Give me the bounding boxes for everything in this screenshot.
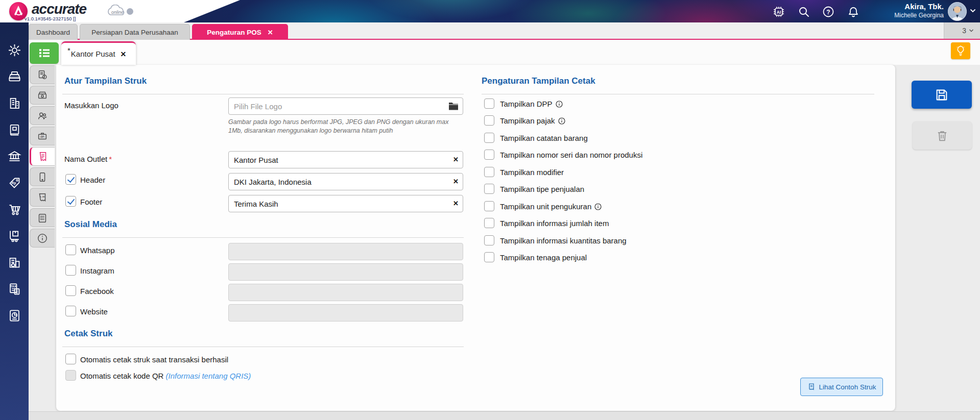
sidebar-item-purchase[interactable]: [0, 223, 29, 249]
whatsapp-input: [228, 243, 463, 260]
section-title-pengaturan-tampilan-cetak: Pengaturan Tampilan Cetak: [482, 76, 595, 86]
sidebar-item-bank[interactable]: [0, 143, 29, 169]
help-glyph: ?: [826, 8, 830, 15]
footer-label: Footer: [80, 197, 102, 206]
qris-info-link[interactable]: (Informasi tentang QRIS): [166, 372, 251, 380]
clear-header-icon[interactable]: ✕: [453, 178, 459, 185]
preview-button-label: Lihat Contoh Struk: [819, 383, 876, 391]
window-count-selector[interactable]: 3: [944, 22, 980, 39]
sidebar-item-settings[interactable]: [0, 37, 29, 63]
info-icon[interactable]: [594, 203, 602, 210]
website-checkbox[interactable]: [65, 306, 76, 316]
sidebar-item-reports[interactable]: [0, 302, 29, 329]
bottom-scroll-strip[interactable]: [29, 411, 980, 420]
header-label: Header: [80, 176, 105, 184]
header-text-input[interactable]: [228, 173, 463, 190]
logo-field-label: Masukkan Logo: [64, 101, 118, 110]
document-toolbar: * Kantor Pusat ✕: [29, 40, 980, 65]
strip-tab-info[interactable]: [30, 229, 55, 248]
sidebar-item-ledger[interactable]: [0, 116, 29, 143]
tampilkan-jumlah-item-checkbox[interactable]: [484, 218, 494, 228]
preview-receipt-button[interactable]: Lihat Contoh Struk: [800, 378, 883, 396]
sidebar-item-company[interactable]: [0, 90, 29, 116]
folder-icon[interactable]: [448, 102, 459, 110]
strip-tab-order-list[interactable]: [30, 208, 55, 227]
sidebar-item-tax[interactable]: TAX: [0, 276, 29, 302]
notifications-icon[interactable]: [846, 5, 860, 18]
instagram-checkbox[interactable]: [65, 265, 76, 276]
strip-tab-price-list[interactable]: 1..99: [30, 188, 55, 207]
facebook-label: Facebook: [80, 287, 114, 295]
instagram-label: Instagram: [80, 266, 114, 275]
tampilkan-catatan-barang-checkbox[interactable]: [484, 133, 494, 143]
search-icon[interactable]: [797, 5, 810, 18]
delete-button[interactable]: [913, 121, 972, 150]
save-button[interactable]: [912, 81, 972, 109]
strip-tab-device[interactable]: [30, 167, 55, 186]
tab-pengaturan-pos[interactable]: Pengaturan POS ✕: [192, 24, 288, 40]
close-tab-icon[interactable]: ✕: [268, 29, 273, 36]
section-title-cetak-struk: Cetak Struk: [64, 329, 112, 339]
website-label: Website: [80, 307, 108, 316]
user-menu-chevron-icon[interactable]: [970, 8, 976, 13]
footer-text-input[interactable]: [228, 195, 463, 212]
tampilkan-tenaga-penjual-checkbox[interactable]: [484, 252, 494, 262]
tampilkan-unit-pengukuran-checkbox[interactable]: [484, 201, 494, 211]
help-icon[interactable]: ?: [821, 5, 835, 18]
sidebar-item-pricing[interactable]: Rp: [0, 169, 29, 196]
sidebar-item-branch[interactable]: [0, 249, 29, 276]
footer-checkbox[interactable]: [65, 196, 76, 207]
header-checkbox[interactable]: [65, 174, 76, 185]
label-text: Tampilkan unit pengukuran: [500, 202, 591, 211]
strip-tab-document-info[interactable]: [30, 65, 55, 84]
close-subtab-icon[interactable]: ✕: [121, 50, 127, 58]
outlet-list-button[interactable]: [30, 42, 59, 64]
tampilkan-pajak-label: Tampilkan pajak: [500, 116, 565, 125]
ai-assistant-icon[interactable]: AI: [772, 5, 785, 18]
sidebar-item-cash-register[interactable]: [0, 63, 29, 90]
tampilkan-nomor-seri-label: Tampilkan nomor seri dan nomor produksi: [500, 151, 642, 159]
price-range-label: 1..99: [40, 195, 45, 198]
tampilkan-modifier-checkbox[interactable]: [484, 167, 494, 177]
lightbulb-icon: [955, 45, 966, 57]
outlet-name-input[interactable]: [228, 151, 463, 168]
strip-tab-downpayment[interactable]: -DP-: [30, 127, 55, 145]
clear-footer-icon[interactable]: ✕: [453, 200, 459, 207]
tampilkan-nomor-seri-checkbox[interactable]: [484, 150, 494, 160]
info-icon[interactable]: [556, 101, 563, 108]
tips-button[interactable]: [951, 42, 970, 59]
strip-tab-cash-drawer[interactable]: [30, 86, 55, 105]
tampilkan-modifier-label: Tampilkan modifier: [500, 168, 564, 177]
tampilkan-kuantitas-barang-checkbox[interactable]: [484, 235, 494, 245]
workspace: -DP- 1..99 Atur Tampilan Struk Masukkan …: [29, 65, 980, 420]
chevron-down-icon: [969, 29, 974, 33]
tampilkan-dpp-label: Tampilkan DPP: [500, 100, 563, 108]
strip-tab-receipt-settings[interactable]: [30, 147, 55, 166]
tampilkan-pajak-checkbox[interactable]: [484, 115, 494, 126]
sidebar-item-sales[interactable]: [0, 196, 29, 223]
strip-tab-customers[interactable]: [30, 106, 55, 125]
auto-print-checkbox[interactable]: [65, 354, 76, 364]
trash-icon: [936, 129, 949, 142]
logo-file-input[interactable]: [228, 97, 463, 115]
subtab-kantor-pusat[interactable]: * Kantor Pusat ✕: [61, 41, 136, 65]
divider: [62, 94, 464, 94]
facebook-checkbox[interactable]: [65, 285, 76, 296]
section-title-sosial-media: Sosial Media: [64, 219, 117, 230]
avatar[interactable]: [948, 2, 967, 21]
outlet-label-text: Nama Outlet: [64, 155, 107, 163]
window-tab-bar: Dashboard Persiapan Data Perusahaan Peng…: [29, 22, 980, 40]
list-icon: [38, 47, 51, 59]
tampilkan-dpp-checkbox[interactable]: [484, 98, 494, 109]
company-name: Akira, Tbk.: [894, 2, 944, 12]
tab-dashboard[interactable]: Dashboard: [29, 24, 78, 40]
tampilkan-tipe-penjualan-checkbox[interactable]: [484, 184, 494, 194]
tab-persiapan-data-perusahaan[interactable]: Persiapan Data Perusahaan: [80, 24, 190, 40]
auto-print-label: Otomatis cetak struk saat transaksi berh…: [80, 355, 228, 364]
user-info[interactable]: Akira, Tbk. Michelle Georgina: [894, 2, 944, 19]
info-icon[interactable]: [558, 117, 565, 125]
tampilkan-jumlah-item-label: Tampilkan informasi jumlah item: [500, 219, 609, 228]
dp-label: -DP-: [40, 135, 45, 138]
whatsapp-checkbox[interactable]: [65, 244, 76, 255]
clear-outlet-icon[interactable]: ✕: [453, 156, 459, 163]
